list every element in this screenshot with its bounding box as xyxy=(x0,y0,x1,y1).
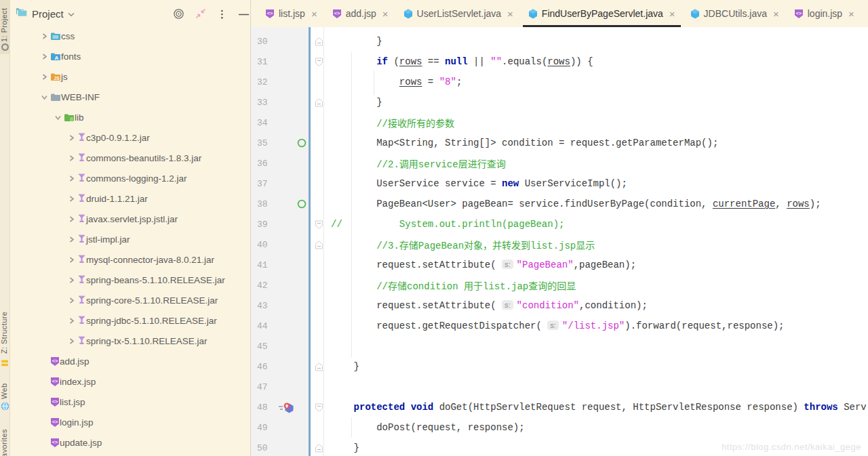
tree-item[interactable]: <>add.jsp xyxy=(10,351,250,371)
toolwindow-button-project[interactable]: 1: Project xyxy=(0,4,10,46)
tab-finduserbypageservlet-java[interactable]: FindUserByPageServlet.java× xyxy=(521,0,683,27)
tree-item[interactable]: javax.servlet.jsp.jstl.jar xyxy=(10,209,250,229)
ring-icon[interactable] xyxy=(1,42,9,54)
fold-collapse-top-icon[interactable] xyxy=(311,31,327,51)
project-folder-icon xyxy=(16,7,27,20)
close-tab-icon[interactable]: × xyxy=(311,9,317,19)
globe-icon[interactable] xyxy=(1,401,9,413)
chevron-right-icon[interactable] xyxy=(68,195,75,202)
chevron-right-icon[interactable] xyxy=(68,236,75,243)
more-options-icon[interactable]: ⋮ xyxy=(216,8,228,20)
tree-item[interactable]: spring-jdbc-5.1.10.RELEASE.jar xyxy=(10,310,250,331)
chevron-right-icon[interactable] xyxy=(68,297,75,304)
tree-item[interactable]: <>list.jsp xyxy=(10,392,250,412)
tree-item[interactable]: commons-logging-1.2.jar xyxy=(10,168,250,188)
toolwindow-button-structure[interactable]: Z: Structure xyxy=(0,308,10,357)
toolwindow-button-favorites[interactable]: Favorites xyxy=(0,426,10,456)
tree-item[interactable]: JSjs xyxy=(10,66,250,87)
tree-item[interactable]: WEB-INF xyxy=(10,87,250,107)
close-tab-icon[interactable]: × xyxy=(507,9,513,19)
line-number: 39 xyxy=(251,220,277,230)
fold-collapse-top-icon[interactable] xyxy=(311,92,327,112)
hide-panel-icon[interactable]: — xyxy=(238,8,250,20)
locate-icon[interactable] xyxy=(173,8,184,20)
tree-item[interactable]: spring-beans-5.1.10.RELEASE.jar xyxy=(10,270,250,290)
gutter-circle-icon[interactable] xyxy=(297,138,307,150)
tree-item-label: spring-tx-5.1.10.RELEASE.jar xyxy=(86,336,208,346)
collapse-all-icon[interactable] xyxy=(195,8,206,20)
code-line: 43 request.setAttribute( s:"condition",c… xyxy=(251,295,868,316)
jar-icon xyxy=(77,194,86,203)
tree-item[interactable]: druid-1.1.21.jar xyxy=(10,188,250,209)
fold-collapse-bottom-icon[interactable] xyxy=(311,397,327,417)
tree-item[interactable]: Afonts xyxy=(10,46,250,66)
tab-userlistservlet-java[interactable]: UserListServlet.java× xyxy=(396,0,521,27)
tab-label: login.jsp xyxy=(808,8,842,19)
project-panel-title[interactable]: Project xyxy=(32,8,64,20)
line-number: 37 xyxy=(251,179,277,189)
chevron-right-icon[interactable] xyxy=(41,73,47,80)
toolwindow-button-web[interactable]: Web xyxy=(0,381,10,400)
code-text: doPost(request, response); xyxy=(327,422,525,433)
gutter-slot xyxy=(277,234,309,255)
line-number: 49 xyxy=(251,423,277,433)
chevron-down-icon[interactable] xyxy=(68,7,75,20)
line-number: 46 xyxy=(251,362,277,372)
chevron-down-icon[interactable] xyxy=(54,114,61,121)
fold-slot xyxy=(311,295,327,316)
tree-item[interactable]: c3p0-0.9.1.2.jar xyxy=(10,127,250,148)
tree-item[interactable]: css xyxy=(10,26,250,46)
chevron-right-icon[interactable] xyxy=(41,33,47,39)
chevron-right-icon[interactable] xyxy=(41,53,47,60)
chevron-right-icon[interactable] xyxy=(68,337,75,344)
tree-item[interactable]: spring-tx-5.1.10.RELEASE.jar xyxy=(10,331,250,351)
fold-collapse-top-icon[interactable] xyxy=(311,234,327,255)
tab-jdbcutils-java[interactable]: JDBCUtils.java× xyxy=(683,0,787,27)
close-tab-icon[interactable]: × xyxy=(669,9,675,19)
fold-collapse-top-icon[interactable] xyxy=(311,438,327,456)
chevron-placeholder xyxy=(41,378,47,385)
fold-collapse-bottom-icon[interactable] xyxy=(311,51,327,72)
jar-icon xyxy=(77,275,86,285)
fold-collapse-top-icon[interactable] xyxy=(311,356,327,377)
fold-slot xyxy=(311,194,327,214)
fold-slot xyxy=(311,275,327,295)
chevron-right-icon[interactable] xyxy=(68,154,75,161)
tree-item[interactable]: <>update.jsp xyxy=(10,432,250,453)
tree-item-label: spring-core-5.1.10.RELEASE.jar xyxy=(86,295,218,306)
folder-js-icon: JS xyxy=(50,72,61,81)
tree-item[interactable]: spring-core-5.1.10.RELEASE.jar xyxy=(10,290,250,310)
tree-item[interactable]: <>login.jsp xyxy=(10,412,250,432)
tab-list-jsp[interactable]: <>list.jsp× xyxy=(258,0,325,27)
tab-login-jsp[interactable]: <>login.jsp× xyxy=(787,0,862,27)
chevron-right-icon[interactable] xyxy=(68,256,75,263)
override-method-icon[interactable] xyxy=(278,402,295,416)
tree-item[interactable]: mysql-connector-java-8.0.21.jar xyxy=(10,249,250,270)
chevron-down-icon[interactable] xyxy=(41,94,47,100)
tree-item[interactable]: jstl-impl.jar xyxy=(10,229,250,249)
code-editor[interactable]: 30 }31 if (rows == null || "".equals(row… xyxy=(251,27,868,456)
tab-add-jsp[interactable]: <>add.jsp× xyxy=(325,0,396,27)
close-tab-icon[interactable]: × xyxy=(848,9,854,19)
gutter-slot xyxy=(277,133,309,153)
chevron-right-icon[interactable] xyxy=(68,276,75,283)
tab-check[interactable]: Check× xyxy=(862,0,868,27)
services-icon[interactable] xyxy=(1,358,9,370)
svg-text:<>: <> xyxy=(267,9,273,16)
fold-slot xyxy=(311,173,327,194)
gutter-circle-icon[interactable] xyxy=(297,199,307,211)
chevron-right-icon[interactable] xyxy=(68,134,75,141)
tree-item-label: list.jsp xyxy=(60,397,85,407)
close-tab-icon[interactable]: × xyxy=(773,9,779,19)
fold-collapse-bottom-icon[interactable] xyxy=(311,214,327,234)
tree-item[interactable]: lib xyxy=(10,107,250,127)
chevron-right-icon[interactable] xyxy=(68,175,75,182)
gutter-slot xyxy=(277,397,309,417)
tree-item[interactable]: commons-beanutils-1.8.3.jar xyxy=(10,148,250,168)
tree-item-label: commons-logging-1.2.jar xyxy=(86,173,187,184)
close-tab-icon[interactable]: × xyxy=(382,9,389,19)
tree-item[interactable]: <>index.jsp xyxy=(10,371,250,392)
code-line: 35 Map<String, String[]> condition = req… xyxy=(251,133,868,153)
chevron-right-icon[interactable] xyxy=(68,215,75,222)
chevron-right-icon[interactable] xyxy=(68,317,75,324)
